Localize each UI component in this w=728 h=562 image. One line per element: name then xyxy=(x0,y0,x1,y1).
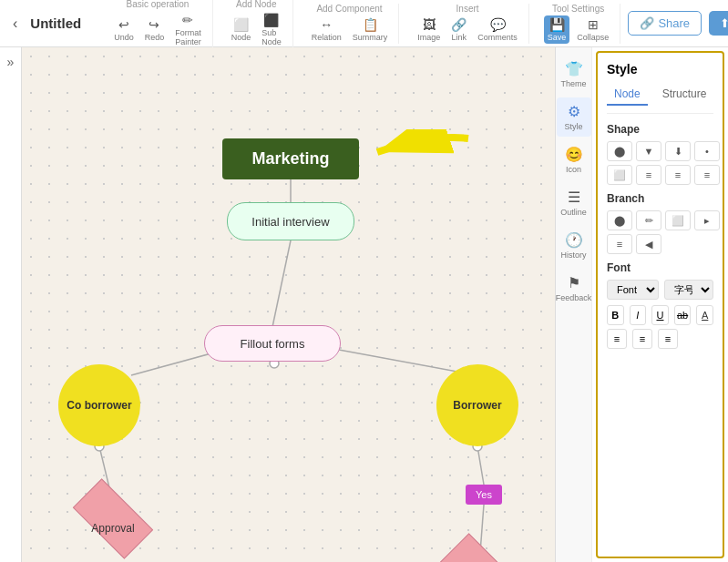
branch-option-6[interactable]: ◀ xyxy=(636,234,661,254)
format-painter-icon: ✏ xyxy=(182,13,193,27)
sub-node-button[interactable]: ⬛Sub Node xyxy=(258,11,285,48)
yellow-arrow xyxy=(359,129,477,183)
link-icon: 🔗 xyxy=(451,17,467,32)
shape-option-1[interactable]: ⬤ xyxy=(607,141,632,161)
outline-icon: ☰ xyxy=(568,189,580,206)
strikethrough-button[interactable]: ab xyxy=(674,305,692,325)
bold-button[interactable]: B xyxy=(607,305,624,325)
outline-tool[interactable]: ☰ Outline xyxy=(557,183,591,222)
toolbar-group-insert-label: Insert xyxy=(456,4,479,14)
co-borrower-node[interactable]: Co borrower xyxy=(58,364,140,446)
export-icon: ⬆ xyxy=(720,16,728,30)
right-buttons: 🔗 Share ⬆ Export xyxy=(628,11,728,36)
borrower-node[interactable]: Borrower xyxy=(436,364,518,446)
font-section-title: Font xyxy=(607,261,713,274)
align-right-button[interactable]: ≡ xyxy=(658,329,678,349)
approval-right-node[interactable] xyxy=(440,533,520,562)
history-tool[interactable]: 🕐 History xyxy=(557,226,591,265)
marketing-label: Marketing xyxy=(251,149,329,169)
shape-option-5[interactable]: ⬜ xyxy=(607,165,632,185)
branch-option-1[interactable]: ⬤ xyxy=(607,210,632,230)
toolbar-group-add-node-label: Add Node xyxy=(236,0,276,9)
feedback-tool[interactable]: ⚑ Feedback xyxy=(557,269,591,308)
italic-button[interactable]: I xyxy=(630,305,647,325)
canvas-area[interactable]: Marketing Initial interview Fillout form… xyxy=(22,47,555,562)
yes-node[interactable]: Yes xyxy=(466,485,502,505)
toolbar-group-basic: Basic operation ↩Undo ↪Redo ✏Format Pain… xyxy=(103,0,213,48)
link-button[interactable]: 🔗Link xyxy=(447,15,470,44)
summary-icon: 📋 xyxy=(363,17,378,32)
font-row: Font 字号 xyxy=(607,280,713,300)
font-actions: B I U ab A xyxy=(607,305,713,325)
align-center-button[interactable]: ≡ xyxy=(632,329,652,349)
image-button[interactable]: 🖼Image xyxy=(414,15,444,44)
save-button[interactable]: 💾Save xyxy=(544,15,570,44)
style-panel: Style Node Structure Shape ⬤ ▼ ⬇ • ⬜ ≡ ≡… xyxy=(596,51,724,558)
shape-option-2[interactable]: ▼ xyxy=(636,141,661,161)
image-icon: 🖼 xyxy=(423,17,436,32)
branch-option-3[interactable]: ⬜ xyxy=(665,210,691,230)
toolbar-group-insert: Insert 🖼Image 🔗Link 💬Comments xyxy=(406,4,529,44)
history-icon: 🕐 xyxy=(565,231,583,249)
branch-section-title: Branch xyxy=(607,192,713,205)
share-icon: 🔗 xyxy=(640,16,654,30)
shape-option-6[interactable]: ≡ xyxy=(636,165,661,185)
toolbar-icons-tool-settings: 💾Save ⊞Collapse xyxy=(544,15,613,44)
comments-icon: 💬 xyxy=(490,17,506,32)
topbar: ‹ Untitled Basic operation ↩Undo ↪Redo ✏… xyxy=(0,0,728,47)
shape-option-4[interactable]: • xyxy=(694,141,720,161)
sidebar-toggle-icon: » xyxy=(7,55,15,69)
save-icon: 💾 xyxy=(549,17,565,32)
summary-button[interactable]: 📋Summary xyxy=(349,15,392,44)
tab-structure[interactable]: Structure xyxy=(655,84,714,106)
relation-button[interactable]: ↔Relation xyxy=(308,15,345,44)
toolbar-group-add-component-label: Add Component xyxy=(316,4,382,14)
export-button[interactable]: ⬆ Export xyxy=(709,11,728,36)
node-button[interactable]: ⬜Node xyxy=(228,15,255,44)
initial-interview-node[interactable]: Initial interview xyxy=(227,202,354,240)
back-button[interactable]: ‹ xyxy=(7,12,23,36)
undo-button[interactable]: ↩Undo xyxy=(110,15,138,44)
fillout-forms-label: Fillout forms xyxy=(241,337,305,351)
shape-option-7[interactable]: ≡ xyxy=(665,165,691,185)
format-painter-button[interactable]: ✏Format Painter xyxy=(171,11,205,48)
style-tool[interactable]: ⚙ Style xyxy=(557,97,591,137)
collapse-button[interactable]: ⊞Collapse xyxy=(573,15,612,44)
right-sidebar: 👕 Theme ⚙ Style 😊 Icon ☰ Outline 🕐 Histo… xyxy=(555,47,728,562)
style-panel-tabs: Node Structure xyxy=(607,84,713,114)
toolbar-icons-insert: 🖼Image 🔗Link 💬Comments xyxy=(414,15,521,44)
icon-icon: 😊 xyxy=(565,146,583,163)
approval-left-label: Approval xyxy=(62,507,164,548)
shape-option-8[interactable]: ≡ xyxy=(694,165,720,185)
comments-button[interactable]: 💬Comments xyxy=(474,15,521,44)
font-color-label: A xyxy=(702,310,708,321)
svg-line-5 xyxy=(477,446,484,485)
branch-option-4[interactable]: ▸ xyxy=(694,210,720,230)
yes-label: Yes xyxy=(476,489,492,500)
toolbar-group-tool-settings-label: Tool Settings xyxy=(552,4,604,14)
align-left-button[interactable]: ≡ xyxy=(607,329,627,349)
sidebar-toggle[interactable]: » xyxy=(0,47,22,562)
marketing-node[interactable]: Marketing xyxy=(222,138,359,179)
shape-options: ⬤ ▼ ⬇ • ⬜ ≡ ≡ ≡ xyxy=(607,141,713,185)
theme-tool[interactable]: 👕 Theme xyxy=(557,55,591,94)
share-button[interactable]: 🔗 Share xyxy=(628,11,702,36)
underline-button[interactable]: U xyxy=(651,305,669,325)
branch-option-2[interactable]: ✏ xyxy=(636,210,661,230)
undo-icon: ↩ xyxy=(118,17,129,32)
redo-button[interactable]: ↪Redo xyxy=(141,15,169,44)
font-size-select[interactable]: 字号 xyxy=(664,280,713,300)
fillout-forms-node[interactable]: Fillout forms xyxy=(204,325,341,362)
shape-section-title: Shape xyxy=(607,123,713,136)
shape-option-3[interactable]: ⬇ xyxy=(665,141,691,161)
toolbar-icons-basic: ↩Undo ↪Redo ✏Format Painter xyxy=(110,11,205,48)
icon-tool[interactable]: 😊 Icon xyxy=(557,140,591,179)
relation-icon: ↔ xyxy=(320,17,333,32)
font-color-button[interactable]: A xyxy=(696,305,713,325)
sub-node-icon: ⬛ xyxy=(263,13,279,27)
font-family-select[interactable]: Font xyxy=(607,280,659,300)
tab-node[interactable]: Node xyxy=(607,84,648,106)
main-content: » xyxy=(0,47,728,562)
branch-option-5[interactable]: ≡ xyxy=(607,234,632,254)
toolbar-group-add-node: Add Node ⬜Node ⬛Sub Node xyxy=(220,0,293,48)
